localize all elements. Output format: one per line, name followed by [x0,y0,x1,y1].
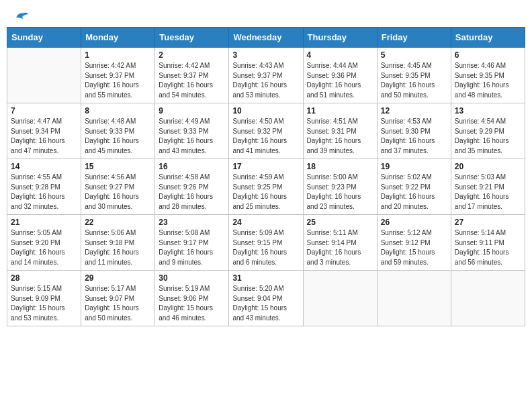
day-info: Sunrise: 5:03 AM Sunset: 9:21 PM Dayligh… [455,173,521,212]
day-info: Sunrise: 4:48 AM Sunset: 9:33 PM Dayligh… [85,117,151,156]
calendar-table: SundayMondayTuesdayWednesdayThursdayFrid… [7,27,525,326]
calendar-cell: 19Sunrise: 5:02 AM Sunset: 9:22 PM Dayli… [377,159,451,215]
calendar-cell [7,48,81,103]
day-number: 30 [159,273,225,283]
day-info: Sunrise: 4:42 AM Sunset: 9:37 PM Dayligh… [159,61,225,100]
day-info: Sunrise: 5:17 AM Sunset: 9:07 PM Dayligh… [85,284,151,323]
calendar-cell: 10Sunrise: 4:50 AM Sunset: 9:32 PM Dayli… [229,103,303,159]
page-header [7,7,525,24]
day-info: Sunrise: 5:06 AM Sunset: 9:18 PM Dayligh… [85,228,151,267]
day-info: Sunrise: 5:08 AM Sunset: 9:17 PM Dayligh… [159,228,225,267]
calendar-cell: 15Sunrise: 4:56 AM Sunset: 9:27 PM Dayli… [81,159,155,215]
day-number: 12 [381,106,447,116]
day-info: Sunrise: 5:02 AM Sunset: 9:22 PM Dayligh… [381,173,447,212]
calendar-cell: 31Sunrise: 5:20 AM Sunset: 9:04 PM Dayli… [229,271,303,326]
day-number: 9 [159,106,225,116]
calendar-cell: 29Sunrise: 5:17 AM Sunset: 9:07 PM Dayli… [81,271,155,326]
calendar-cell: 8Sunrise: 4:48 AM Sunset: 9:33 PM Daylig… [81,103,155,159]
calendar-cell: 12Sunrise: 4:53 AM Sunset: 9:30 PM Dayli… [377,103,451,159]
day-number: 5 [381,50,447,60]
day-info: Sunrise: 5:20 AM Sunset: 9:04 PM Dayligh… [232,284,299,323]
calendar-cell: 16Sunrise: 4:58 AM Sunset: 9:26 PM Dayli… [155,159,229,215]
day-number: 14 [11,162,77,171]
calendar-cell: 9Sunrise: 4:49 AM Sunset: 9:33 PM Daylig… [155,103,229,159]
calendar-cell: 25Sunrise: 5:11 AM Sunset: 9:14 PM Dayli… [303,215,377,271]
day-info: Sunrise: 4:49 AM Sunset: 9:33 PM Dayligh… [159,117,225,156]
day-number: 31 [232,273,299,283]
days-header-row: SundayMondayTuesdayWednesdayThursdayFrid… [7,28,525,48]
calendar-cell: 21Sunrise: 5:05 AM Sunset: 9:20 PM Dayli… [7,215,81,271]
calendar-cell: 13Sunrise: 4:54 AM Sunset: 9:29 PM Dayli… [451,103,525,159]
day-number: 2 [159,50,225,60]
day-number: 19 [381,162,447,171]
calendar-week-1: 1Sunrise: 4:42 AM Sunset: 9:37 PM Daylig… [7,48,525,103]
day-info: Sunrise: 4:50 AM Sunset: 9:32 PM Dayligh… [232,117,299,156]
logo-bird-icon [15,11,30,23]
day-number: 16 [159,162,225,171]
day-header-friday: Friday [377,28,451,48]
calendar-week-5: 28Sunrise: 5:15 AM Sunset: 9:09 PM Dayli… [7,271,525,326]
day-number: 6 [455,50,521,60]
day-info: Sunrise: 5:11 AM Sunset: 9:14 PM Dayligh… [307,228,373,267]
calendar-cell: 4Sunrise: 4:44 AM Sunset: 9:36 PM Daylig… [303,48,377,103]
day-header-wednesday: Wednesday [229,28,303,48]
day-info: Sunrise: 4:53 AM Sunset: 9:30 PM Dayligh… [381,117,447,156]
day-number: 28 [11,273,77,283]
day-info: Sunrise: 5:14 AM Sunset: 9:11 PM Dayligh… [455,228,521,267]
calendar-cell: 3Sunrise: 4:43 AM Sunset: 9:37 PM Daylig… [229,48,303,103]
calendar-cell: 20Sunrise: 5:03 AM Sunset: 9:21 PM Dayli… [451,159,525,215]
day-number: 22 [85,218,151,227]
day-info: Sunrise: 4:46 AM Sunset: 9:35 PM Dayligh… [455,61,521,100]
calendar-cell [377,271,451,326]
day-number: 11 [307,106,373,116]
day-info: Sunrise: 4:58 AM Sunset: 9:26 PM Dayligh… [159,173,225,212]
day-info: Sunrise: 4:54 AM Sunset: 9:29 PM Dayligh… [455,117,521,156]
day-header-sunday: Sunday [7,28,81,48]
day-number: 17 [232,162,299,171]
calendar-cell: 1Sunrise: 4:42 AM Sunset: 9:37 PM Daylig… [81,48,155,103]
calendar-cell: 18Sunrise: 5:00 AM Sunset: 9:23 PM Dayli… [303,159,377,215]
day-header-tuesday: Tuesday [155,28,229,48]
day-number: 4 [307,50,373,60]
day-info: Sunrise: 5:00 AM Sunset: 9:23 PM Dayligh… [307,173,373,212]
day-number: 25 [307,218,373,227]
calendar-cell: 2Sunrise: 4:42 AM Sunset: 9:37 PM Daylig… [155,48,229,103]
day-info: Sunrise: 4:45 AM Sunset: 9:35 PM Dayligh… [381,61,447,100]
day-header-monday: Monday [81,28,155,48]
day-number: 13 [455,106,521,116]
day-number: 10 [232,106,299,116]
day-number: 26 [381,218,447,227]
day-number: 3 [232,50,299,60]
day-info: Sunrise: 4:51 AM Sunset: 9:31 PM Dayligh… [307,117,373,156]
day-number: 27 [455,218,521,227]
day-number: 29 [85,273,151,283]
day-info: Sunrise: 4:55 AM Sunset: 9:28 PM Dayligh… [11,173,77,212]
calendar-cell: 23Sunrise: 5:08 AM Sunset: 9:17 PM Dayli… [155,215,229,271]
calendar-cell: 6Sunrise: 4:46 AM Sunset: 9:35 PM Daylig… [451,48,525,103]
day-number: 1 [85,50,151,60]
calendar-week-3: 14Sunrise: 4:55 AM Sunset: 9:28 PM Dayli… [7,159,525,215]
day-info: Sunrise: 4:43 AM Sunset: 9:37 PM Dayligh… [232,61,299,100]
day-number: 24 [232,218,299,227]
calendar-cell: 14Sunrise: 4:55 AM Sunset: 9:28 PM Dayli… [7,159,81,215]
calendar-cell: 11Sunrise: 4:51 AM Sunset: 9:31 PM Dayli… [303,103,377,159]
calendar-cell: 22Sunrise: 5:06 AM Sunset: 9:18 PM Dayli… [81,215,155,271]
day-number: 8 [85,106,151,116]
day-info: Sunrise: 5:15 AM Sunset: 9:09 PM Dayligh… [11,284,77,323]
day-header-saturday: Saturday [451,28,525,48]
day-number: 23 [159,218,225,227]
day-number: 18 [307,162,373,171]
calendar-cell: 5Sunrise: 4:45 AM Sunset: 9:35 PM Daylig… [377,48,451,103]
day-info: Sunrise: 5:05 AM Sunset: 9:20 PM Dayligh… [11,228,77,267]
day-number: 15 [85,162,151,171]
day-info: Sunrise: 5:09 AM Sunset: 9:15 PM Dayligh… [232,228,299,267]
calendar-cell: 17Sunrise: 4:59 AM Sunset: 9:25 PM Dayli… [229,159,303,215]
calendar-week-4: 21Sunrise: 5:05 AM Sunset: 9:20 PM Dayli… [7,215,525,271]
calendar-cell: 30Sunrise: 5:19 AM Sunset: 9:06 PM Dayli… [155,271,229,326]
day-info: Sunrise: 4:44 AM Sunset: 9:36 PM Dayligh… [307,61,373,100]
logo [13,12,30,20]
day-info: Sunrise: 4:59 AM Sunset: 9:25 PM Dayligh… [232,173,299,212]
day-info: Sunrise: 4:47 AM Sunset: 9:34 PM Dayligh… [11,117,77,156]
day-number: 20 [455,162,521,171]
calendar-cell: 26Sunrise: 5:12 AM Sunset: 9:12 PM Dayli… [377,215,451,271]
